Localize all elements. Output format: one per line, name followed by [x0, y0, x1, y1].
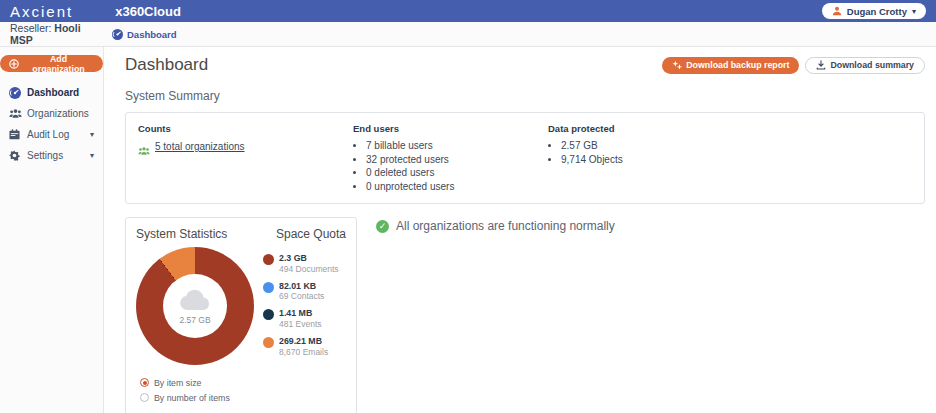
contacts-swatch: [263, 282, 274, 293]
space-quota-heading: Space Quota: [276, 227, 346, 241]
end-users-column: End users 7 billable users 32 protected …: [353, 123, 548, 193]
status-row: ✓ All organizations are functioning norm…: [376, 219, 615, 233]
system-summary-card: Counts 5 total organizations End users 7…: [125, 112, 925, 204]
legend-detail: 494 Documents: [279, 264, 339, 274]
system-statistics-card: System Statistics Space Quota 2.57 GB: [125, 217, 357, 413]
total-organizations-link[interactable]: 5 total organizations: [155, 141, 245, 152]
data-protected-list: 2.57 GB 9,714 Objects: [561, 139, 912, 166]
subheader: Reseller: Hooli MSP Dashboard: [0, 22, 936, 47]
download-backup-report-label: Download backup report: [686, 60, 789, 70]
reseller-prefix: Reseller:: [10, 22, 51, 34]
check-circle-icon: ✓: [376, 220, 389, 233]
people-icon: [9, 108, 21, 120]
list-item: 0 deleted users: [366, 166, 548, 180]
counts-label: Counts: [138, 123, 353, 134]
sidebar-item-dashboard[interactable]: Dashboard: [0, 82, 103, 103]
plus-circle-icon: [9, 59, 19, 69]
download-icon: [816, 60, 826, 70]
legend-detail: 8,670 Emails: [279, 347, 328, 357]
donut-center: 2.57 GB: [163, 274, 227, 338]
dashboard-gauge-icon: [112, 29, 123, 40]
main-content: Dashboard Download backup report Downloa…: [104, 47, 936, 413]
documents-swatch: [263, 254, 274, 265]
product-name: x360Cloud: [115, 4, 181, 19]
data-protected-label: Data protected: [548, 123, 912, 134]
donut-total-label: 2.57 GB: [179, 315, 210, 325]
list-item: 7 billable users: [366, 139, 548, 153]
legend-size: 1.41 MB: [279, 308, 322, 319]
radio-by-number-of-items[interactable]: By number of items: [140, 390, 346, 405]
list-item: 0 unprotected users: [366, 180, 548, 194]
radio-label: By number of items: [154, 393, 230, 403]
legend-item-emails[interactable]: 269.21 MB 8,670 Emails: [263, 336, 339, 357]
brand-logo: Axcient: [10, 3, 73, 20]
add-organization-button[interactable]: Add organization: [0, 55, 103, 72]
chevron-down-icon: ▾: [90, 130, 94, 139]
sidebar-item-label: Organizations: [27, 108, 89, 119]
sidebar-item-audit-log[interactable]: Audit Log ▾: [0, 124, 103, 145]
status-message: All organizations are functioning normal…: [396, 219, 615, 233]
sidebar-item-settings[interactable]: Settings ▾: [0, 145, 103, 166]
sidebar-item-organizations[interactable]: Organizations: [0, 103, 103, 124]
space-quota-legend: 2.3 GB 494 Documents 82.01 KB 69 Contact…: [263, 247, 339, 365]
sidebar-item-label: Audit Log: [27, 129, 69, 140]
app-window: Axcient x360Cloud Dugan Crotty ▾ Reselle…: [0, 0, 936, 413]
cloud-icon: [178, 288, 212, 312]
counts-column: Counts 5 total organizations: [138, 123, 353, 193]
system-summary-heading: System Summary: [125, 89, 925, 103]
sidebar: Add organization Dashboard Organizations: [0, 47, 104, 413]
legend-item-contacts[interactable]: 82.01 KB 69 Contacts: [263, 281, 339, 302]
chevron-down-icon: ▾: [90, 151, 94, 160]
legend-item-events[interactable]: 1.41 MB 481 Events: [263, 308, 339, 329]
end-users-list: 7 billable users 32 protected users 0 de…: [366, 139, 548, 193]
legend-detail: 481 Events: [279, 319, 322, 329]
add-organization-label: Add organization: [23, 54, 94, 74]
space-quota-donut-chart[interactable]: 2.57 GB: [136, 247, 254, 365]
end-users-label: End users: [353, 123, 548, 134]
list-item: 9,714 Objects: [561, 153, 912, 167]
list-item: 2.57 GB: [561, 139, 912, 153]
breadcrumb-label: Dashboard: [127, 29, 177, 40]
download-summary-button[interactable]: Download summary: [805, 57, 925, 74]
radio-icon: [140, 393, 149, 402]
user-menu-button[interactable]: Dugan Crotty ▾: [822, 3, 926, 19]
download-summary-label: Download summary: [830, 60, 914, 70]
sidebar-item-label: Dashboard: [27, 87, 79, 98]
download-backup-report-button[interactable]: Download backup report: [662, 57, 799, 74]
organizations-green-icon: [138, 142, 150, 152]
chart-mode-radio-group: By item size By number of items: [136, 375, 346, 405]
radio-label: By item size: [154, 378, 201, 388]
page-title: Dashboard: [125, 55, 208, 75]
legend-size: 82.01 KB: [279, 281, 324, 292]
breadcrumb[interactable]: Dashboard: [112, 29, 177, 40]
calendar-icon: [9, 129, 21, 141]
sidebar-nav: Dashboard Organizations Audit Log ▾: [0, 82, 103, 166]
sparkle-plus-icon: [672, 60, 682, 70]
reseller-label: Reseller: Hooli MSP: [10, 22, 104, 46]
gear-icon: [9, 150, 21, 162]
chevron-down-icon: ▾: [912, 7, 916, 16]
sidebar-item-label: Settings: [27, 150, 63, 161]
system-statistics-heading: System Statistics: [136, 227, 276, 241]
user-icon: [832, 6, 842, 16]
radio-by-item-size[interactable]: By item size: [140, 375, 346, 390]
radio-icon: [140, 378, 149, 387]
legend-size: 269.21 MB: [279, 336, 328, 347]
emails-swatch: [263, 337, 274, 348]
legend-item-documents[interactable]: 2.3 GB 494 Documents: [263, 253, 339, 274]
topbar: Axcient x360Cloud Dugan Crotty ▾: [0, 0, 936, 22]
legend-size: 2.3 GB: [279, 253, 339, 264]
events-swatch: [263, 309, 274, 320]
user-name: Dugan Crotty: [847, 6, 907, 17]
list-item: 32 protected users: [366, 153, 548, 167]
data-protected-column: Data protected 2.57 GB 9,714 Objects: [548, 123, 912, 193]
dashboard-gauge-icon: [9, 87, 21, 99]
legend-detail: 69 Contacts: [279, 291, 324, 301]
